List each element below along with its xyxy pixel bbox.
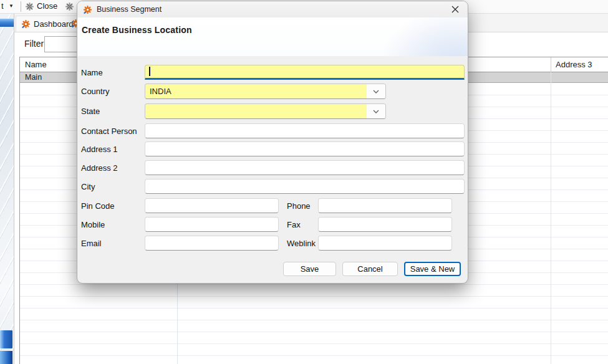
country-selected-value: INDIA <box>145 87 367 96</box>
state-select[interactable] <box>145 103 386 119</box>
decorative-blue-stripe <box>0 19 14 27</box>
address2-input[interactable] <box>145 160 465 175</box>
filter-label: Filter <box>24 39 44 49</box>
gear-icon <box>21 19 31 29</box>
chevron-down-icon[interactable]: ▼ <box>9 3 14 9</box>
pin-code-input[interactable] <box>145 198 279 213</box>
text-cursor <box>149 67 150 76</box>
pin-code-label: Pin Code <box>81 201 145 211</box>
email-label: Email <box>81 239 145 248</box>
address1-label: Address 1 <box>81 145 145 154</box>
column-header-address3[interactable]: Address 3 <box>556 60 592 69</box>
country-select[interactable]: INDIA <box>145 84 386 99</box>
dialog-button-row: Save Cancel Save & New <box>77 262 461 276</box>
toolbar-truncated-label[interactable]: t <box>1 1 4 11</box>
close-button[interactable]: Close <box>37 1 57 11</box>
tab-dashboard-label: Dashboard <box>34 19 74 29</box>
phone-label: Phone <box>287 201 318 211</box>
dialog-heading: Create Business Location <box>82 25 192 35</box>
cancel-button[interactable]: Cancel <box>342 262 398 276</box>
decorative-blue-bar <box>0 351 12 364</box>
state-label: State <box>81 107 145 116</box>
column-divider <box>551 72 551 364</box>
dialog-title-bar[interactable]: Business Segment <box>77 1 468 17</box>
dialog-title: Business Segment <box>97 5 162 14</box>
close-gear-icon[interactable] <box>25 2 34 11</box>
mobile-input[interactable] <box>145 217 279 232</box>
fax-label: Fax <box>287 220 318 229</box>
decorative-blue-bar <box>0 330 12 348</box>
phone-input[interactable] <box>318 198 452 213</box>
email-input[interactable] <box>145 236 279 251</box>
dialog-banner: Create Business Location <box>77 17 468 56</box>
name-label: Name <box>81 68 145 77</box>
name-input[interactable] <box>145 65 465 80</box>
app-screen: t ▼ Close <box>0 0 608 364</box>
column-divider <box>551 57 551 72</box>
toolbar-separator <box>21 1 21 12</box>
mobile-label: Mobile <box>81 220 145 229</box>
left-decorative-panel <box>0 14 14 364</box>
address2-label: Address 2 <box>81 163 145 173</box>
cell-name: Main <box>25 73 42 82</box>
contact-person-input[interactable] <box>145 123 465 138</box>
close-gear-icon[interactable] <box>65 2 74 11</box>
gear-icon <box>83 5 92 14</box>
tab-dashboard[interactable]: Dashboard <box>16 16 79 32</box>
save-button[interactable]: Save <box>283 262 336 276</box>
contact-person-label: Contact Person <box>81 127 145 136</box>
business-segment-dialog: Business Segment Create Business Locatio… <box>77 1 468 283</box>
address1-input[interactable] <box>145 141 465 156</box>
save-and-new-button[interactable]: Save & New <box>404 262 461 276</box>
country-label: Country <box>81 87 145 96</box>
city-input[interactable] <box>145 179 465 194</box>
weblink-input[interactable] <box>318 236 452 251</box>
chevron-down-icon[interactable] <box>367 104 385 118</box>
name-field-wrap <box>145 65 465 80</box>
city-label: City <box>81 182 145 191</box>
column-header-name[interactable]: Name <box>25 60 47 69</box>
weblink-label: Weblink <box>287 239 318 248</box>
chevron-down-icon[interactable] <box>367 84 385 98</box>
dialog-form: Name Country INDIA State <box>77 56 468 283</box>
fax-input[interactable] <box>318 217 452 232</box>
dialog-close-button[interactable] <box>448 3 462 16</box>
